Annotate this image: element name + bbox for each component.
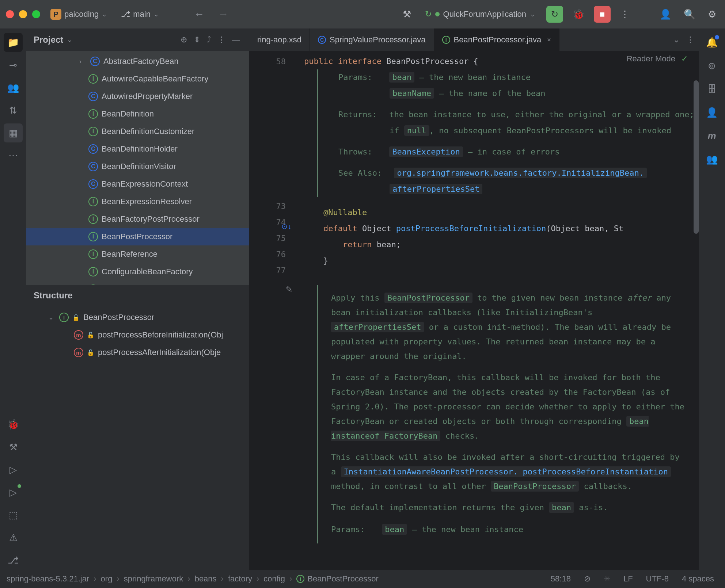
tree-item[interactable]: CBeanDefinitionHolder <box>26 140 249 158</box>
project-tool-icon[interactable]: 📁 <box>4 33 23 52</box>
tree-item[interactable]: IBeanDefinitionCustomizer <box>26 123 249 140</box>
code-content[interactable]: public interface BeanPostProcessor { Par… <box>293 51 699 570</box>
method-label: postProcessAfterInitialization(Obje <box>98 348 221 357</box>
tab-label: BeanPostProcessor.java <box>454 35 542 45</box>
editor-tab-active[interactable]: I BeanPostProcessor.java × <box>434 28 559 51</box>
run-button[interactable]: ↻ <box>546 6 563 23</box>
structure-method[interactable]: m 🔓 postProcessAfterInitialization(Obje <box>26 344 249 361</box>
method-label: postProcessBeforeInitialization(Obj <box>98 330 223 340</box>
caret-position[interactable]: 58:18 <box>546 574 575 584</box>
more-tools-icon[interactable]: ⋯ <box>4 146 23 165</box>
tree-item-label: AbstractFactoryBean <box>103 57 178 66</box>
tree-item-label: BeanDefinitionHolder <box>102 144 178 154</box>
more-icon[interactable]: ⋮ <box>617 6 633 23</box>
gutter-line-number <box>249 166 286 182</box>
tree-item[interactable]: IConfigurableListableBeanFactory <box>26 280 249 285</box>
processes-icon[interactable]: ✳ <box>599 574 615 584</box>
terminal-tool-icon[interactable]: ⬚ <box>4 505 23 524</box>
tree-item[interactable]: IBeanReference <box>26 245 249 263</box>
copilot-chat-icon[interactable]: 👤 <box>702 103 721 122</box>
tree-item[interactable]: IBeanFactoryPostProcessor <box>26 210 249 228</box>
debug-tool-icon[interactable]: 🐞 <box>4 415 23 434</box>
interface-icon: I <box>88 109 98 119</box>
tree-item[interactable]: CBeanExpressionContext <box>26 175 249 193</box>
debug-icon[interactable]: 🐞 <box>570 6 587 23</box>
class-icon: C <box>88 162 98 171</box>
problems-tool-icon[interactable]: ⚠ <box>4 528 23 547</box>
commit-tool-icon[interactable]: ⊸ <box>4 56 23 75</box>
open-lock-icon: 🔓 <box>87 349 94 356</box>
services-tool-icon[interactable]: ▷ <box>4 460 23 479</box>
build-tool-icon[interactable]: ⚒ <box>4 438 23 457</box>
branch-selector[interactable]: ⎇ main ⌄ <box>117 7 163 21</box>
breadcrumb-item[interactable]: beans <box>195 574 217 584</box>
line-separator[interactable]: LF <box>619 574 637 584</box>
tree-item[interactable]: IBeanExpressionResolver <box>26 193 249 210</box>
copilot-tool-icon[interactable]: 👥 <box>4 78 23 97</box>
branch-icon: ⎇ <box>121 9 130 19</box>
indent[interactable]: 4 spaces <box>677 574 718 584</box>
minimize-window[interactable] <box>19 10 27 18</box>
pull-requests-icon[interactable]: ⇅ <box>4 101 23 120</box>
build-icon[interactable]: ⚒ <box>400 6 414 23</box>
breadcrumb-item[interactable]: IBeanPostProcessor <box>296 574 378 584</box>
override-icon[interactable]: ⊙↓ <box>281 222 291 231</box>
tree-item[interactable]: IAutowireCapableBeanFactory <box>26 70 249 88</box>
code-with-me-icon[interactable]: 👤 <box>657 6 674 23</box>
expand-icon[interactable]: ⇕ <box>192 34 202 46</box>
breadcrumb-item[interactable]: config <box>263 574 285 584</box>
maximize-window[interactable] <box>32 10 40 18</box>
tree-item[interactable]: IBeanPostProcessor <box>26 228 249 245</box>
more-icon[interactable]: ⋮ <box>686 35 694 45</box>
notifications-icon[interactable]: 🔔 <box>702 33 721 52</box>
class-icon: C <box>318 36 326 44</box>
structure-tool-icon[interactable]: ▦ <box>4 123 23 142</box>
interface-icon: I <box>88 267 98 276</box>
nav-forward[interactable]: → <box>215 6 232 22</box>
collapse-icon[interactable]: ⤴ <box>205 34 212 46</box>
readonly-icon[interactable]: ⊘ <box>580 574 595 584</box>
git-tool-icon[interactable]: ⎇ <box>4 551 23 570</box>
gutter-line-number: 76 <box>249 246 286 262</box>
editor-tab[interactable]: ring-aop.xsd <box>249 28 310 51</box>
close-window[interactable] <box>6 10 14 18</box>
settings-icon[interactable]: ⚙ <box>705 6 719 23</box>
tab-overflow[interactable]: ⌄ ⋮ <box>669 28 699 51</box>
tree-item[interactable]: CAutowiredPropertyMarker <box>26 88 249 105</box>
run-config-selector[interactable]: ↻ QuickForumApplication ⌄ <box>421 7 540 21</box>
more-icon[interactable]: ⋮ <box>216 34 227 46</box>
select-opened-file-icon[interactable]: ⊕ <box>179 34 189 46</box>
breadcrumb-item[interactable]: factory <box>228 574 252 584</box>
database-tool-icon[interactable]: 🗄 <box>702 80 721 99</box>
ai-assistant-icon[interactable]: ⊚ <box>702 56 721 75</box>
tree-item[interactable]: IBeanDefinition <box>26 105 249 123</box>
chevron-down-icon[interactable]: ⌄ <box>67 36 72 44</box>
editor-tab[interactable]: C SpringValueProcessor.java <box>310 28 434 51</box>
breadcrumb-item[interactable]: spring-beans-5.3.21.jar <box>7 574 89 584</box>
scrollbar-thumb[interactable] <box>694 80 699 234</box>
stop-button[interactable]: ■ <box>594 6 611 23</box>
project-selector[interactable]: P paicoding ⌄ <box>47 7 111 22</box>
open-lock-icon: 🔓 <box>87 332 94 339</box>
encoding[interactable]: UTF-8 <box>642 574 673 584</box>
structure-tree: ⌄ I 🔓 BeanPostProcessor m 🔓 postProcessB… <box>26 306 249 364</box>
tree-item[interactable]: ›CAbstractFactoryBean <box>26 53 249 70</box>
search-icon[interactable]: 🔍 <box>681 6 698 23</box>
edit-icon[interactable]: ✎ <box>286 285 292 294</box>
tree-item-label: BeanDefinitionCustomizer <box>102 127 194 136</box>
reader-mode-badge[interactable]: Reader Mode ✓ <box>627 54 688 64</box>
tree-item[interactable]: CBeanDefinitionVisitor <box>26 158 249 175</box>
breadcrumb-item[interactable]: springframework <box>124 574 183 584</box>
collaborators-icon[interactable]: 👥 <box>702 150 721 169</box>
editor-body[interactable]: Reader Mode ✓ 587374757677 ⊙↓ ✎ public i… <box>249 51 699 570</box>
hide-icon[interactable]: — <box>231 34 242 46</box>
maven-tool-icon[interactable]: m <box>702 126 721 145</box>
structure-root[interactable]: ⌄ I 🔓 BeanPostProcessor <box>26 309 249 326</box>
breadcrumb-item[interactable]: org <box>101 574 113 584</box>
tree-item[interactable]: IConfigurableBeanFactory <box>26 263 249 280</box>
gutter-line-number <box>249 150 286 166</box>
structure-method[interactable]: m 🔓 postProcessBeforeInitialization(Obj <box>26 326 249 344</box>
run-tool-icon[interactable]: ▷ <box>4 483 23 502</box>
close-tab-icon[interactable]: × <box>547 36 551 44</box>
nav-back[interactable]: ← <box>190 6 208 22</box>
